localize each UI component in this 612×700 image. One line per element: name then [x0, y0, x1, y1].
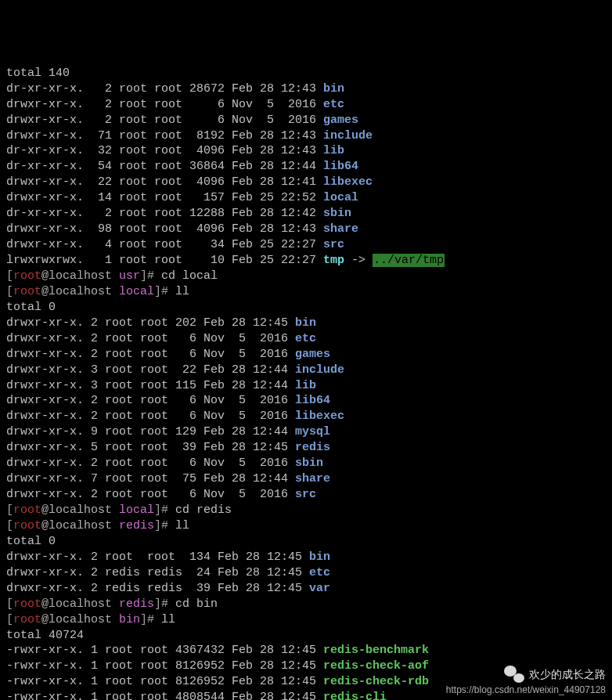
file-row: -rwxr-xr-x. 1 root root 4367432 Feb 28 1… — [6, 643, 606, 659]
file-row: drwxr-xr-x. 2 root root 6 Nov 5 2016 src — [6, 487, 606, 503]
file-row: drwxr-xr-x. 14 root root 157 Feb 25 22:5… — [6, 190, 606, 206]
shell-prompt[interactable]: [root@localhost bin]# ll — [6, 612, 606, 628]
shell-prompt[interactable]: [root@localhost local]# ll — [6, 284, 606, 300]
total-line: total 0 — [6, 300, 606, 316]
shell-prompt[interactable]: [root@localhost redis]# ll — [6, 518, 606, 534]
file-row: drwxr-xr-x. 2 root root 6 Nov 5 2016 gam… — [6, 113, 606, 128]
shell-prompt[interactable]: [root@localhost local]# cd redis — [6, 503, 606, 518]
file-row: drwxr-xr-x. 4 root root 34 Feb 25 22:27 … — [6, 237, 606, 253]
file-row: dr-xr-xr-x. 32 root root 4096 Feb 28 12:… — [6, 143, 606, 159]
file-row: drwxr-xr-x. 22 root root 4096 Feb 28 12:… — [6, 175, 606, 190]
file-row: drwxr-xr-x. 2 root root 6 Nov 5 2016 lib… — [6, 409, 606, 424]
file-row: drwxr-xr-x. 3 root root 22 Feb 28 12:44 … — [6, 363, 606, 378]
total-line: total 0 — [6, 534, 606, 550]
shell-prompt[interactable]: [root@localhost usr]# cd local — [6, 269, 606, 284]
file-row: drwxr-xr-x. 2 root root 202 Feb 28 12:45… — [6, 316, 606, 331]
file-row: dr-xr-xr-x. 54 root root 36864 Feb 28 12… — [6, 159, 606, 175]
total-line: total 40724 — [6, 628, 606, 644]
file-row: drwxr-xr-x. 3 root root 115 Feb 28 12:44… — [6, 378, 606, 394]
file-row: dr-xr-xr-x. 2 root root 12288 Feb 28 12:… — [6, 206, 606, 222]
file-row: drwxr-xr-x. 5 root root 39 Feb 28 12:45 … — [6, 440, 606, 456]
watermark: 欢少的成长之路 — [504, 666, 606, 683]
file-row: drwxr-xr-x. 2 root root 6 Nov 5 2016 lib… — [6, 393, 606, 409]
file-row: drwxr-xr-x. 71 root root 8192 Feb 28 12:… — [6, 128, 606, 144]
file-row: lrwxrwxrwx. 1 root root 10 Feb 25 22:27 … — [6, 253, 606, 269]
watermark-text: 欢少的成长之路 — [529, 667, 606, 682]
file-row: drwxr-xr-x. 2 root root 6 Nov 5 2016 etc — [6, 331, 606, 347]
file-row: drwxr-xr-x. 2 redis redis 39 Feb 28 12:4… — [6, 581, 606, 597]
file-row: drwxr-xr-x. 9 root root 129 Feb 28 12:44… — [6, 424, 606, 440]
file-row: drwxr-xr-x. 2 root root 6 Nov 5 2016 etc — [6, 97, 606, 113]
file-row: drwxr-xr-x. 2 root root 6 Nov 5 2016 gam… — [6, 347, 606, 363]
watermark-url: https://blog.csdn.net/weixin_44907128 — [446, 684, 606, 697]
file-row: drwxr-xr-x. 98 root root 4096 Feb 28 12:… — [6, 222, 606, 237]
file-row: drwxr-xr-x. 2 redis redis 24 Feb 28 12:4… — [6, 565, 606, 581]
file-row: drwxr-xr-x. 2 root root 6 Nov 5 2016 sbi… — [6, 456, 606, 471]
terminal-output[interactable]: total 140dr-xr-xr-x. 2 root root 28672 F… — [6, 66, 606, 700]
shell-prompt[interactable]: [root@localhost redis]# cd bin — [6, 597, 606, 612]
file-row: dr-xr-xr-x. 2 root root 28672 Feb 28 12:… — [6, 81, 606, 97]
wechat-icon — [504, 666, 524, 683]
file-row: drwxr-xr-x. 7 root root 75 Feb 28 12:44 … — [6, 471, 606, 487]
total-line: total 140 — [6, 66, 606, 81]
file-row: drwxr-xr-x. 2 root root 134 Feb 28 12:45… — [6, 550, 606, 565]
